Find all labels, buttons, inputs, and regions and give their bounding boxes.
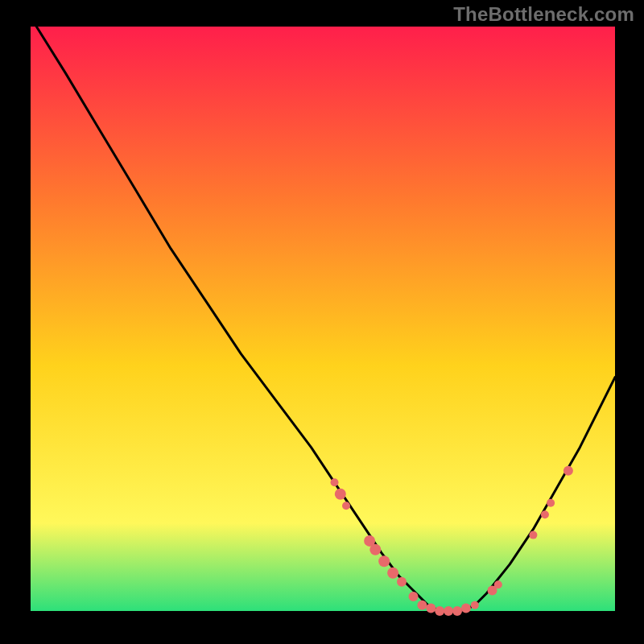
data-marker (387, 568, 398, 579)
data-marker (529, 531, 537, 539)
data-marker (331, 478, 339, 486)
data-marker (417, 601, 427, 610)
watermark-label: TheBottleneck.com (453, 3, 634, 26)
data-marker (471, 601, 479, 609)
data-marker (494, 580, 502, 588)
data-marker (461, 603, 471, 613)
data-marker (547, 499, 555, 507)
data-marker (541, 510, 549, 518)
bottleneck-chart (0, 0, 644, 644)
data-marker (444, 606, 453, 616)
data-marker (342, 502, 350, 510)
data-marker (435, 606, 444, 616)
data-marker (369, 544, 381, 555)
data-marker (335, 489, 346, 500)
plot-area (31, 27, 615, 611)
data-marker (378, 555, 390, 567)
data-marker (397, 577, 407, 587)
chart-canvas: TheBottleneck.com (0, 0, 644, 644)
data-marker (564, 466, 573, 476)
data-marker (409, 592, 419, 601)
data-marker (426, 603, 436, 613)
data-marker (452, 606, 462, 616)
